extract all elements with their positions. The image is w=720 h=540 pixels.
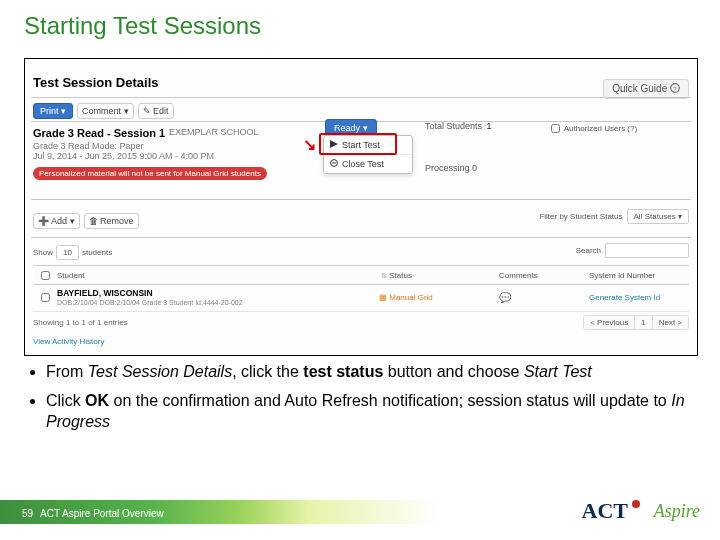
col-sysid[interactable]: System Id Number <box>589 271 655 280</box>
edit-button[interactable]: ✎ Edit <box>138 103 174 119</box>
search-label: Search <box>576 246 601 255</box>
warning-pill: Personalized material will not be sent f… <box>33 167 267 180</box>
svg-text:?: ? <box>673 86 677 92</box>
screenshot-panel: Test Session Details Quick Guide ? Print… <box>24 58 698 356</box>
select-all-checkbox[interactable] <box>41 271 50 280</box>
auth-users-label: Authorized Users (?) <box>564 124 637 133</box>
play-icon <box>330 140 338 150</box>
processing-block: Processing 0 <box>425 163 477 173</box>
menu-start-label: Start Test <box>342 140 380 150</box>
show-label: Show <box>33 248 53 257</box>
act-logo: ACT <box>582 498 628 524</box>
bullet-1: From Test Session Details, click the tes… <box>46 362 696 383</box>
total-students-value: 1 <box>487 121 492 131</box>
col-student[interactable]: Student <box>57 271 85 280</box>
bullet-2: Click OK on the confirmation and Auto Re… <box>46 391 696 433</box>
slide-number: 59 <box>22 508 33 519</box>
search-input[interactable] <box>605 243 689 258</box>
table-header: Student ⇅ Status Comments System Id Numb… <box>33 265 689 285</box>
comment-button[interactable]: Comment ▾ <box>77 103 134 119</box>
remove-button[interactable]: 🗑 Remove <box>84 213 139 229</box>
add-button[interactable]: ➕ Add ▾ <box>33 213 80 229</box>
help-icon: ? <box>670 83 680 95</box>
session-school: EXEMPLAR SCHOOL <box>169 127 259 137</box>
panel-header: Test Session Details <box>33 75 158 90</box>
student-meta: DOB:2/10/04 DOB:2/10/04 Grade 3 Student … <box>57 299 379 306</box>
total-students-label: Total Students <box>425 121 482 131</box>
pager: < Previous 1 Next > <box>583 315 689 330</box>
table-row: BAYFIELD, WISCONSIN DOB:2/10/04 DOB:2/10… <box>33 283 689 312</box>
view-history-link[interactable]: View Activity History <box>33 337 104 346</box>
filter-label: Filter by Student Status <box>539 212 622 221</box>
svg-marker-2 <box>330 140 338 148</box>
menu-close-label: Close Test <box>342 159 384 169</box>
show-label-2: students <box>82 248 112 257</box>
pager-prev[interactable]: < Previous <box>584 316 634 329</box>
callout-arrow-icon: ↘ <box>303 135 316 154</box>
session-name: Grade 3 Read - Session 1 <box>33 127 165 139</box>
act-red-dot-icon <box>632 500 640 508</box>
processing-value: 0 <box>472 163 477 173</box>
sort-icon[interactable]: ⇅ <box>381 272 387 279</box>
grid-icon: ▦ <box>379 293 387 302</box>
add-label: Add ▾ <box>51 216 75 226</box>
student-name[interactable]: BAYFIELD, WISCONSIN <box>57 288 379 298</box>
col-status[interactable]: Status <box>389 271 412 280</box>
status-value: ▦ Manual Grid <box>379 293 433 302</box>
plus-icon: ➕ <box>38 216 49 226</box>
row-checkbox[interactable] <box>41 293 50 302</box>
authorized-users-checkbox[interactable]: Authorized Users (?) <box>547 121 637 136</box>
print-button[interactable]: Print ▾ <box>33 103 73 119</box>
footer-text: ACT Aspire Portal Overview <box>40 508 164 519</box>
remove-label: Remove <box>100 216 134 226</box>
status-dropdown: Start Test Close Test <box>323 135 413 174</box>
col-comments[interactable]: Comments <box>499 271 538 280</box>
trash-icon: 🗑 <box>89 216 98 226</box>
menu-start-test[interactable]: Start Test <box>324 136 412 155</box>
quick-guide-label: Quick Guide <box>612 83 667 94</box>
menu-close-test[interactable]: Close Test <box>324 155 412 173</box>
pager-page-1[interactable]: 1 <box>634 316 651 329</box>
comment-icon[interactable]: 💬 <box>499 292 511 303</box>
filter-dropdown[interactable]: All Statuses ▾ <box>627 209 689 224</box>
total-students-block: Total Students 1 <box>425 121 492 131</box>
slide-title: Starting Test Sessions <box>24 12 261 40</box>
aspire-logo: Aspire <box>654 501 700 522</box>
show-count-dropdown[interactable]: 10 <box>56 245 79 260</box>
generate-sysid-link[interactable]: Generate System Id <box>589 293 660 302</box>
showing-text: Showing 1 to 1 of 1 entries <box>33 318 128 327</box>
processing-label: Processing <box>425 163 470 173</box>
instruction-bullets: From Test Session Details, click the tes… <box>24 362 696 440</box>
session-mode: Grade 3 Read Mode: Paper Jul 9, 2014 - J… <box>33 141 214 161</box>
close-icon <box>330 159 338 169</box>
pager-next[interactable]: Next > <box>652 316 688 329</box>
auth-users-chk[interactable] <box>551 124 560 133</box>
